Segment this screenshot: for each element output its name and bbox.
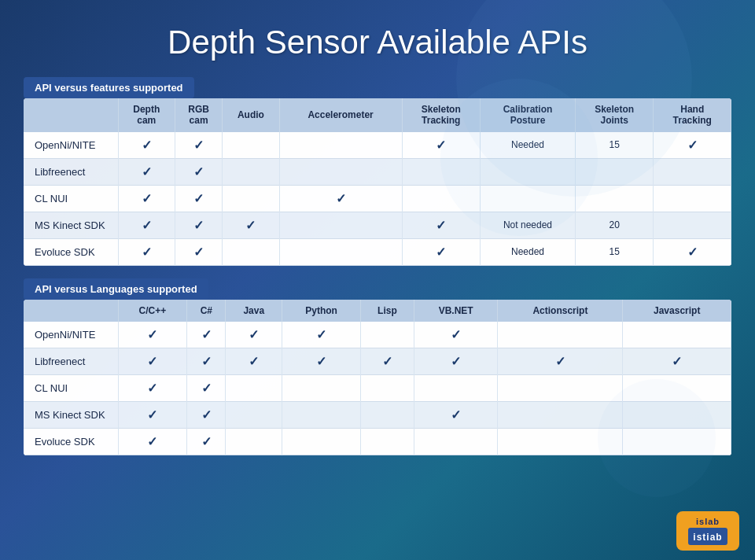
checkmark-icon: ✓ xyxy=(142,219,152,232)
checkmark-icon: ✓ xyxy=(142,165,152,179)
row-name: Evoluce SDK xyxy=(24,238,118,265)
cell-cpp: ✓ xyxy=(118,402,187,429)
cell-python: ✓ xyxy=(282,322,361,348)
cell-hand_tracking xyxy=(654,158,731,185)
checkmark-icon: ✓ xyxy=(142,192,152,205)
logo-area: islab istiab xyxy=(676,511,739,551)
cell-cpp: ✓ xyxy=(118,322,187,348)
cell-python xyxy=(282,402,361,429)
cell-csharp: ✓ xyxy=(187,322,226,348)
cell-java xyxy=(226,429,282,455)
cell-actionscript: ✓ xyxy=(498,348,623,375)
cell-accelerometer xyxy=(279,132,402,159)
checkmark-icon: ✓ xyxy=(193,245,204,259)
logo-bottom-text: istiab xyxy=(693,532,722,543)
cell-javascript: ✓ xyxy=(623,348,731,375)
cell-hand_tracking: ✓ xyxy=(654,238,731,265)
checkmark-icon: ✓ xyxy=(193,192,204,205)
checkmark-icon: ✓ xyxy=(142,245,152,259)
cell-javascript xyxy=(623,322,731,348)
cell-java: ✓ xyxy=(226,348,282,375)
checkmark-icon: ✓ xyxy=(147,328,157,341)
features-col-accel: Accelerometer xyxy=(279,98,402,132)
cell-cpp: ✓ xyxy=(118,429,187,455)
lang-col-vbnet: VB.NET xyxy=(414,300,498,322)
checkmark-icon: ✓ xyxy=(555,355,565,368)
cell-rgb_cam: ✓ xyxy=(175,158,223,185)
cell-csharp: ✓ xyxy=(187,402,226,429)
lang-col-name xyxy=(24,300,118,322)
lang-col-actionscript: Actionscript xyxy=(498,300,623,322)
features-col-audio: Audio xyxy=(223,98,280,132)
row-name: Libfreenect xyxy=(24,348,118,375)
cell-vbnet xyxy=(414,429,498,455)
cell-audio xyxy=(223,185,280,212)
cell-depth_cam: ✓ xyxy=(118,238,175,265)
cell-rgb_cam: ✓ xyxy=(175,238,223,265)
features-col-depth: Depthcam xyxy=(118,98,175,132)
cell-depth_cam: ✓ xyxy=(118,212,175,238)
table-row: Evoluce SDK✓✓✓Needed15✓ xyxy=(24,238,731,265)
cell-vbnet: ✓ xyxy=(414,402,498,429)
bg-decoration-3 xyxy=(598,379,716,497)
cell-vbnet: ✓ xyxy=(414,322,498,348)
checkmark-icon: ✓ xyxy=(147,381,157,395)
cell-accelerometer xyxy=(279,238,402,265)
checkmark-icon: ✓ xyxy=(147,435,157,448)
cell-accelerometer xyxy=(279,158,402,185)
logo-top-text: islab xyxy=(688,517,727,526)
cell-skeleton_joints: 20 xyxy=(575,212,654,238)
cell-actionscript xyxy=(498,322,623,348)
checkmark-icon: ✓ xyxy=(436,219,446,232)
cell-rgb_cam: ✓ xyxy=(175,212,223,238)
cell-accelerometer: ✓ xyxy=(279,185,402,212)
row-name: MS Kinect SDK xyxy=(24,402,118,429)
checkmark-icon: ✓ xyxy=(201,381,212,395)
cell-java xyxy=(226,402,282,429)
checkmark-icon: ✓ xyxy=(249,328,259,341)
checkmark-icon: ✓ xyxy=(201,328,212,341)
cell-cpp: ✓ xyxy=(118,348,187,375)
languages-header-row: C/C++ C# Java Python Lisp VB.NET Actions… xyxy=(24,300,731,322)
row-name: CL NUI xyxy=(24,375,118,402)
languages-table-header: C/C++ C# Java Python Lisp VB.NET Actions… xyxy=(24,300,731,322)
checkmark-icon: ✓ xyxy=(193,165,204,179)
lang-col-lisp: Lisp xyxy=(361,300,414,322)
checkmark-icon: ✓ xyxy=(436,245,446,259)
cell-lisp xyxy=(361,429,414,455)
row-name: MS Kinect SDK xyxy=(24,212,118,238)
cell-audio xyxy=(223,132,280,159)
cell-depth_cam: ✓ xyxy=(118,185,175,212)
cell-depth_cam: ✓ xyxy=(118,158,175,185)
features-col-rgb: RGBcam xyxy=(175,98,223,132)
checkmark-icon: ✓ xyxy=(687,245,698,259)
lang-col-csharp: C# xyxy=(187,300,226,322)
cell-skeleton_tracking: ✓ xyxy=(402,238,481,265)
lang-col-python: Python xyxy=(282,300,361,322)
cell-rgb_cam: ✓ xyxy=(175,132,223,159)
cell-java xyxy=(226,375,282,402)
cell-audio xyxy=(223,158,280,185)
languages-section-label: API versus Languages supported xyxy=(24,278,208,300)
cell-hand_tracking xyxy=(654,212,731,238)
checkmark-icon: ✓ xyxy=(193,219,204,232)
cell-cpp: ✓ xyxy=(118,375,187,402)
checkmark-icon: ✓ xyxy=(147,355,157,368)
row-name: OpenNi/NITE xyxy=(24,322,118,348)
table-row: Libfreenect✓✓✓✓✓✓✓✓ xyxy=(24,348,731,375)
cell-lisp: ✓ xyxy=(361,348,414,375)
cell-lisp xyxy=(361,402,414,429)
bg-decoration-2 xyxy=(440,79,598,236)
cell-csharp: ✓ xyxy=(187,348,226,375)
checkmark-icon: ✓ xyxy=(201,355,212,368)
cell-audio: ✓ xyxy=(223,212,280,238)
cell-hand_tracking xyxy=(654,185,731,212)
logo-badge: islab istiab xyxy=(676,511,739,551)
cell-vbnet: ✓ xyxy=(414,348,498,375)
cell-skeleton_joints: 15 xyxy=(575,238,654,265)
checkmark-icon: ✓ xyxy=(672,355,682,368)
checkmark-icon: ✓ xyxy=(249,355,259,368)
cell-csharp: ✓ xyxy=(187,375,226,402)
features-section-label: API versus features supported xyxy=(24,77,194,98)
cell-java: ✓ xyxy=(226,322,282,348)
